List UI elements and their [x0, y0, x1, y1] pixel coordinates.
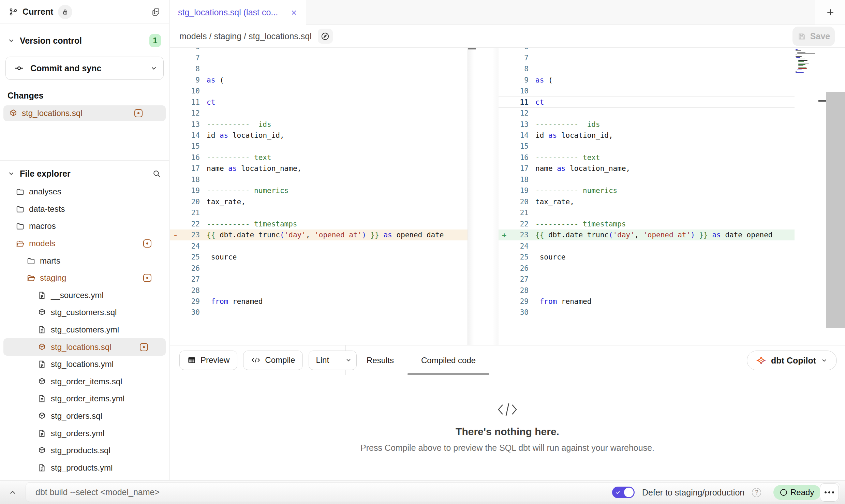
vertical-scrollbar	[826, 48, 845, 345]
file-tree-item-stg_orders.sql[interactable]: stg_orders.sql	[0, 407, 169, 425]
lineage-icon[interactable]	[318, 29, 333, 44]
code-line-9[interactable]: 9as (	[170, 74, 468, 85]
help-icon[interactable]: ?	[752, 488, 761, 497]
code-line-14[interactable]: 14id as location_id,	[170, 130, 468, 141]
new-tab-button[interactable]	[815, 0, 845, 25]
scrollbar-thumb[interactable]	[826, 92, 845, 328]
code-line-24[interactable]: 24	[499, 240, 795, 251]
code-line-17[interactable]: 17name as location_name,	[499, 163, 795, 174]
search-icon[interactable]	[152, 169, 161, 178]
file-tree-item-stg_order_items.sql[interactable]: stg_order_items.sql	[0, 373, 169, 390]
code-line-15[interactable]: 15	[499, 141, 795, 152]
copy-icon[interactable]	[151, 8, 160, 16]
defer-toggle[interactable]	[612, 487, 635, 498]
more-options-button[interactable]	[820, 483, 839, 502]
file-tree-item-stg_orders.yml[interactable]: stg_orders.yml	[0, 425, 169, 442]
code-line-23[interactable]: +23{{ dbt.date_trunc('day', 'opened_at')…	[499, 229, 795, 240]
code-line-30[interactable]: 30	[499, 307, 795, 318]
code-line-16[interactable]: 16---------- text	[499, 152, 795, 163]
code-line-28[interactable]: 28	[170, 285, 468, 296]
changed-file-row[interactable]: stg_locations.sql	[3, 105, 166, 121]
code-line-8[interactable]: 8	[170, 63, 468, 74]
code-line-30[interactable]: 30	[170, 307, 468, 318]
file-tree-item-staging[interactable]: staging	[0, 269, 169, 287]
dbt-copilot-button[interactable]: dbt Copilot	[747, 351, 837, 370]
code-line-14[interactable]: 14id as location_id,	[499, 130, 795, 141]
chevron-down-icon[interactable]	[8, 37, 15, 44]
code-line-6[interactable]: 6	[499, 48, 795, 52]
code-line-26[interactable]: 26	[499, 263, 795, 273]
tab-results[interactable]: Results	[353, 345, 407, 375]
breadcrumb: models / staging / stg_locations.sql	[179, 31, 312, 41]
file-tree-item-data-tests[interactable]: data-tests	[0, 201, 169, 218]
status-badge[interactable]: Ready	[773, 485, 821, 500]
code-line-13[interactable]: 13---------- ids	[499, 119, 795, 130]
code-line-7[interactable]: 7	[170, 52, 468, 63]
code-line-11[interactable]: 11ct	[170, 97, 468, 107]
code-line-10[interactable]: 10	[170, 86, 468, 97]
save-button[interactable]: Save	[792, 27, 835, 46]
code-line-27[interactable]: 27	[499, 274, 795, 285]
file-tree-item-macros[interactable]: macros	[0, 218, 169, 235]
preview-button[interactable]: Preview	[179, 351, 237, 370]
code-line-29[interactable]: 29 from renamed	[499, 296, 795, 307]
file-tree-item-stg_customers.yml[interactable]: stg_customers.yml	[0, 321, 169, 339]
code-line-13[interactable]: 13---------- ids	[170, 119, 468, 130]
code-line-29[interactable]: 29 from renamed	[170, 296, 468, 307]
scroll-handle[interactable]	[818, 100, 826, 102]
commit-options-dropdown[interactable]	[144, 57, 163, 79]
file-name: models	[29, 239, 55, 248]
code-line-24[interactable]: 24	[170, 240, 468, 251]
tab-stg-locations[interactable]: stg_locations.sql (last co...	[170, 0, 306, 25]
code-line-6[interactable]: 6	[170, 48, 468, 52]
dbt-cloud-ide: Current Version control 1	[0, 0, 845, 504]
file-tree-item-stg_customers.sql[interactable]: stg_customers.sql	[0, 304, 169, 321]
file-tree-item-stg_locations.yml[interactable]: stg_locations.yml	[0, 356, 169, 373]
code-line-23[interactable]: -23{{ dbt.date_trunc('day', 'opened_at')…	[170, 229, 468, 240]
diff-pane-original[interactable]: 6789as (1011ct1213---------- ids14id as …	[170, 48, 468, 345]
code-line-25[interactable]: 25 source	[499, 252, 795, 263]
code-line-21[interactable]: 21	[170, 207, 468, 218]
code-line-9[interactable]: 9as (	[499, 74, 795, 85]
file-tree-item-stg_products.sql[interactable]: stg_products.sql	[0, 442, 169, 459]
file-tree-item-stg_locations.sql[interactable]: stg_locations.sql	[3, 338, 166, 356]
diff-pane-modified[interactable]: 6789as (1011ct1213---------- ids14id as …	[499, 48, 795, 345]
compile-button[interactable]: Compile	[243, 351, 303, 370]
code-line-22[interactable]: 22---------- timestamps	[499, 219, 795, 229]
code-line-18[interactable]: 18	[170, 174, 468, 185]
code-line-28[interactable]: 28	[499, 285, 795, 296]
close-icon[interactable]	[290, 9, 298, 16]
code-line-8[interactable]: 8	[499, 63, 795, 74]
file-name: stg_customers.yml	[51, 325, 119, 335]
code-line-10[interactable]: 10	[499, 86, 795, 97]
tab-compiled-code[interactable]: Compiled code	[407, 345, 489, 375]
code-line-26[interactable]: 26	[170, 263, 468, 273]
minimap[interactable]	[795, 48, 818, 345]
code-line-11[interactable]: 11ct	[499, 97, 795, 107]
chevron-down-icon[interactable]	[8, 170, 15, 177]
code-line-12[interactable]: 12	[499, 108, 795, 119]
commit-and-sync-button[interactable]: Commit and sync	[5, 57, 164, 80]
code-line-16[interactable]: 16---------- text	[170, 152, 468, 163]
code-line-12[interactable]: 12	[170, 108, 468, 119]
code-line-7[interactable]: 7	[499, 52, 795, 63]
code-line-22[interactable]: 22---------- timestamps	[170, 219, 468, 229]
file-tree-item-__sources.yml[interactable]: __sources.yml	[0, 287, 169, 304]
file-tree-item-analyses[interactable]: analyses	[0, 183, 169, 201]
file-tree-item-marts[interactable]: marts	[0, 252, 169, 269]
file-tree-item-stg_products.yml[interactable]: stg_products.yml	[0, 459, 169, 477]
chevron-up-icon[interactable]	[8, 488, 17, 497]
code-line-17[interactable]: 17name as location_name,	[170, 163, 468, 174]
code-line-20[interactable]: 20tax_rate,	[499, 196, 795, 207]
code-line-19[interactable]: 19---------- numerics	[170, 185, 468, 196]
code-line-19[interactable]: 19---------- numerics	[499, 185, 795, 196]
code-line-15[interactable]: 15	[170, 141, 468, 152]
code-line-27[interactable]: 27	[170, 274, 468, 285]
file-tree-item-models[interactable]: models	[0, 235, 169, 252]
code-line-25[interactable]: 25 source	[170, 252, 468, 263]
code-line-21[interactable]: 21	[499, 207, 795, 218]
pane-divider-handle[interactable]	[468, 48, 476, 49]
file-tree-item-stg_order_items.yml[interactable]: stg_order_items.yml	[0, 390, 169, 407]
code-line-20[interactable]: 20tax_rate,	[170, 196, 468, 207]
code-line-18[interactable]: 18	[499, 174, 795, 185]
